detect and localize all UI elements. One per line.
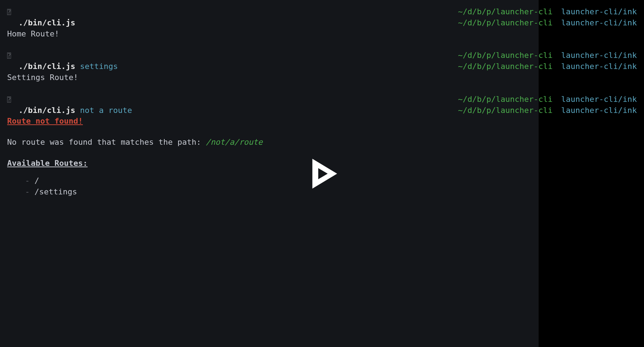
git-branch: launcher-cli/ink — [561, 18, 637, 29]
git-branch: launcher-cli/ink — [561, 61, 637, 72]
play-button[interactable] — [303, 154, 342, 193]
command: ./bin/cli.js — [19, 18, 75, 27]
prompt-line: ⍰ ~/d/b/p/launcher-cli launcher-cli/ink — [7, 6, 637, 18]
git-branch: launcher-cli/ink — [561, 94, 637, 105]
prompt-line: ⍰ ~/d/b/p/launcher-cli launcher-cli/ink — [7, 50, 637, 61]
cwd-path: ~/d/b/p/launcher-cli — [458, 6, 553, 18]
command: ./bin/cli.js — [19, 62, 75, 71]
command-output: Home Route! — [7, 29, 637, 40]
command-line: ./bin/cli.js not a route ~/d/b/p/launche… — [7, 105, 637, 116]
cwd-path: ~/d/b/p/launcher-cli — [458, 61, 553, 72]
error-message: No route was found that matches the path… — [7, 137, 637, 148]
command-args: not a route — [80, 106, 132, 115]
prompt-glyph-icon: ⍰ — [7, 96, 11, 103]
command-output: Settings Route! — [7, 72, 637, 83]
cwd-path: ~/d/b/p/launcher-cli — [458, 94, 553, 105]
git-branch: launcher-cli/ink — [561, 50, 637, 61]
prompt-glyph-icon: ⍰ — [7, 8, 11, 16]
prompt-glyph-icon: ⍰ — [7, 52, 11, 59]
prompt-line: ⍰ ~/d/b/p/launcher-cli launcher-cli/ink — [7, 94, 637, 105]
cwd-path: ~/d/b/p/launcher-cli — [458, 18, 553, 29]
git-branch: launcher-cli/ink — [561, 6, 637, 18]
git-branch: launcher-cli/ink — [561, 105, 637, 116]
error-heading: Route not found! — [7, 116, 637, 127]
play-icon — [303, 154, 342, 193]
command-block-1: ⍰ ~/d/b/p/launcher-cli launcher-cli/ink … — [7, 6, 637, 39]
cwd-path: ~/d/b/p/launcher-cli — [458, 50, 553, 61]
error-route-path: /not/a/route — [206, 138, 263, 147]
route-path: / — [35, 176, 39, 185]
command-block-2: ⍰ ~/d/b/p/launcher-cli launcher-cli/ink … — [7, 50, 637, 83]
error-message-text: No route was found that matches the path… — [7, 138, 206, 147]
command: ./bin/cli.js — [19, 106, 75, 115]
cwd-path: ~/d/b/p/launcher-cli — [458, 105, 553, 116]
command-line: ./bin/cli.js ~/d/b/p/launcher-cli launch… — [7, 18, 637, 29]
command-args: settings — [80, 62, 118, 71]
command-line: ./bin/cli.js settings ~/d/b/p/launcher-c… — [7, 61, 637, 72]
route-path: /settings — [35, 187, 77, 196]
